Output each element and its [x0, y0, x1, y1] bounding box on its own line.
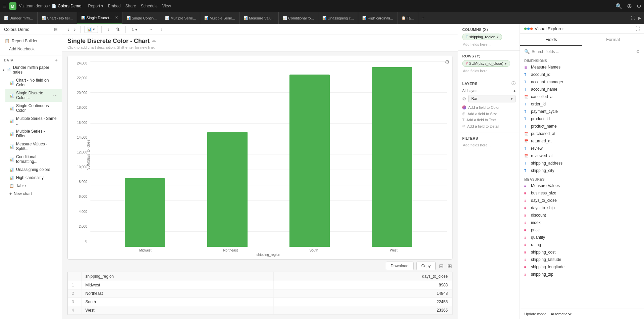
- sidebar-item-chart-6[interactable]: 📊 Conditional formatting...: [5, 153, 62, 166]
- field-account-name[interactable]: T account_name: [520, 86, 644, 93]
- nav-report[interactable]: Report ▾: [88, 4, 103, 8]
- aggregate-btn[interactable]: Σ ▾: [129, 26, 140, 33]
- edit-title-icon[interactable]: ✏: [152, 39, 156, 44]
- field-account-id[interactable]: T account_id: [520, 71, 644, 78]
- download-btn[interactable]: Download: [386, 262, 414, 270]
- present-icon[interactable]: ▶: [638, 15, 641, 20]
- nav-schedule[interactable]: Schedule: [141, 4, 158, 8]
- add-notebook-btn[interactable]: + Add Notebook: [0, 45, 62, 53]
- field-measure-values[interactable]: ≡ Measure Values: [520, 182, 644, 189]
- hamburger-icon[interactable]: ≡: [3, 3, 6, 10]
- field-payment-cycle[interactable]: T payment_cycle: [520, 108, 644, 115]
- chart-description[interactable]: Click to add chart description. Shift-en…: [67, 45, 452, 49]
- sidebar-item-chart-8[interactable]: 📊 High cardinality: [5, 174, 62, 182]
- tab-9[interactable]: 📊 High cardinali...: [358, 12, 397, 24]
- tab-10[interactable]: 📋 Ta...: [397, 12, 418, 24]
- sort-desc-btn[interactable]: ⇅: [114, 26, 122, 33]
- layer-text-row[interactable]: T Add a field to Text: [462, 117, 516, 123]
- filters-add-field[interactable]: Add fields here...: [462, 142, 516, 148]
- copy-btn[interactable]: Copy: [416, 262, 436, 270]
- field-price[interactable]: # price: [520, 226, 644, 234]
- report-builder-btn[interactable]: 📋 Report Builder: [0, 37, 62, 45]
- sidebar-collapse-icon[interactable]: ⊟: [54, 27, 58, 32]
- tab-4[interactable]: 📊 Multiple Serie...: [161, 12, 200, 24]
- field-shipping-cost[interactable]: # shipping_cost: [520, 248, 644, 256]
- search-icon[interactable]: 🔍: [615, 3, 622, 9]
- field-purchased-at[interactable]: 📅 purchased_at: [520, 130, 644, 137]
- region-col-header[interactable]: shipping_region: [81, 272, 274, 281]
- field-returned-at[interactable]: 📅 returned_at: [520, 137, 644, 145]
- layer-size-row[interactable]: ◎ Add a field to Size: [462, 110, 516, 117]
- tab-2[interactable]: 📊 Single Discret... ✕: [77, 12, 122, 24]
- sort-rows-btn[interactable]: ⇩: [157, 26, 165, 33]
- field-discount[interactable]: # discount: [520, 212, 644, 219]
- field-shipping-city[interactable]: T shipping_city: [520, 167, 644, 174]
- field-order-id[interactable]: T order_id: [520, 100, 644, 108]
- new-chart-btn[interactable]: + New chart: [5, 190, 62, 198]
- field-rating[interactable]: # rating: [520, 241, 644, 248]
- update-mode-select[interactable]: Automatic Manual: [549, 312, 573, 316]
- sidebar-item-chart-0[interactable]: 📊 Chart - No field on Color: [5, 76, 62, 89]
- field-review[interactable]: T review: [520, 145, 644, 152]
- nav-share[interactable]: Share: [125, 4, 136, 8]
- field-measure-names[interactable]: ≣ Measure Names: [520, 63, 644, 71]
- bar-northeast[interactable]: [207, 61, 248, 247]
- add-icon[interactable]: ⊕: [627, 2, 632, 10]
- sidebar-item-chart-3[interactable]: 📊 Multiple Series - Same ...: [5, 115, 62, 127]
- chip-dropdown-icon-2[interactable]: ▾: [505, 62, 506, 65]
- data-source-item[interactable]: ▾ 📄 Dunder mifflin paper sales: [0, 63, 62, 76]
- field-shipping-address[interactable]: T shipping_address: [520, 160, 644, 167]
- resize-large-btn[interactable]: ⊞: [447, 262, 452, 270]
- resize-small-btn[interactable]: ⊟: [438, 262, 444, 270]
- tab-close-2[interactable]: ✕: [115, 15, 118, 20]
- field-shipping-latitude[interactable]: # shipping_latitude: [520, 256, 644, 263]
- settings-icon[interactable]: ⚙: [637, 3, 641, 9]
- layer-settings-icon[interactable]: ⚙: [462, 96, 466, 101]
- days-col-header[interactable]: days_to_close: [274, 272, 452, 281]
- field-shipping-zip[interactable]: # shipping_zip: [520, 271, 644, 278]
- new-tab-btn[interactable]: +: [418, 15, 428, 21]
- field-product-name[interactable]: T product_name: [520, 123, 644, 130]
- pivot-btn[interactable]: ↔: [147, 26, 155, 33]
- tab-1[interactable]: 📊 Chart - No fiel...: [38, 12, 77, 24]
- filter-fields-icon[interactable]: ⚙: [636, 49, 640, 54]
- back-btn[interactable]: ‹: [66, 26, 70, 33]
- tab-8[interactable]: 📊 Unassigning c...: [318, 12, 358, 24]
- field-days-to-close[interactable]: # days_to_close: [520, 197, 644, 204]
- tab-0[interactable]: 📊 Dunder miffli...: [0, 12, 38, 24]
- layer-type-select[interactable]: Bar ▾: [468, 95, 516, 102]
- tab-3[interactable]: 📊 Single Contin...: [122, 12, 161, 24]
- add-data-icon[interactable]: +: [55, 57, 58, 63]
- viz-type-btn[interactable]: 📊 ▾: [84, 26, 98, 33]
- sidebar-item-chart-9[interactable]: 📋 Table: [5, 182, 62, 190]
- chip-dropdown-icon[interactable]: ▾: [497, 35, 498, 39]
- nav-view[interactable]: View: [162, 4, 171, 8]
- layer-detail-row[interactable]: ⊕ Add a field to Detail: [462, 123, 516, 129]
- nav-embed[interactable]: Embed: [108, 4, 121, 8]
- forward-btn[interactable]: ›: [72, 26, 77, 33]
- layers-collapse-icon[interactable]: ▴: [514, 88, 516, 93]
- field-reviewed-at[interactable]: 📅 reviewed_at: [520, 152, 644, 160]
- field-product-id[interactable]: T product_id: [520, 115, 644, 123]
- sidebar-item-chart-1[interactable]: 📊 Single Discrete Color -... ⋯: [5, 89, 62, 102]
- tab-7[interactable]: 📊 Conditional fo...: [279, 12, 318, 24]
- sidebar-item-chart-2[interactable]: 📊 Single Continuous Color: [5, 102, 62, 115]
- tab-format[interactable]: Format: [582, 34, 644, 46]
- sidebar-item-chart-7[interactable]: 📊 Unassigning colors: [5, 166, 62, 174]
- tab-6[interactable]: 📊 Measure Valu...: [239, 12, 279, 24]
- field-days-to-ship[interactable]: # days_to_ship: [520, 204, 644, 212]
- field-cancelled-at[interactable]: 📅 cancelled_at: [520, 93, 644, 100]
- more-options-icon[interactable]: ⋯: [53, 93, 58, 98]
- bar-west[interactable]: [372, 61, 412, 247]
- field-shipping-longitude[interactable]: # shipping_longitude: [520, 263, 644, 271]
- field-quantity[interactable]: # quantity: [520, 234, 644, 241]
- ve-expand-icon[interactable]: ⛶: [636, 26, 640, 31]
- sort-asc-btn[interactable]: ↕: [105, 26, 112, 33]
- sidebar-item-chart-4[interactable]: 📊 Multiple Series - Differ...: [5, 127, 62, 140]
- bar-midwest[interactable]: [125, 61, 165, 247]
- sidebar-item-chart-5[interactable]: 📊 Measure Values - Split/...: [5, 140, 62, 153]
- tab-fields[interactable]: Fields: [520, 34, 582, 46]
- bar-south[interactable]: [289, 61, 330, 247]
- rows-field-chip[interactable]: # SUM(days_to_close) ▾: [462, 60, 510, 67]
- search-fields-input[interactable]: [532, 49, 634, 54]
